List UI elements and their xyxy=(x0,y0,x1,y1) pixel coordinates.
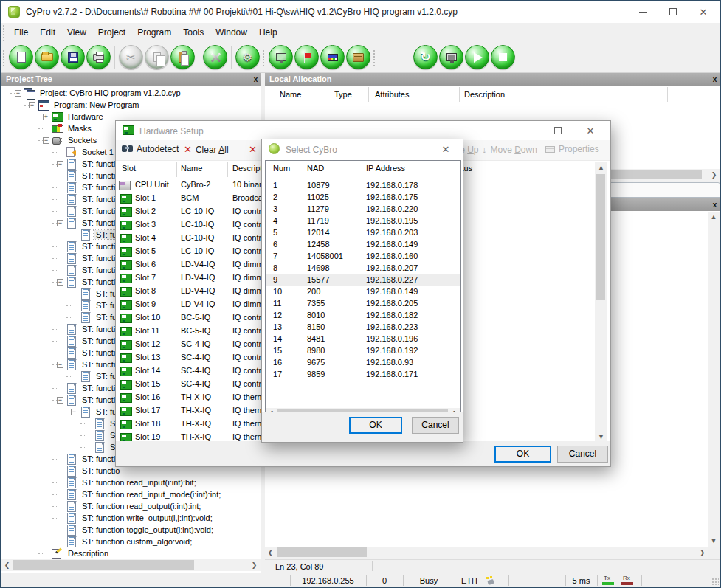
project-setup-button[interactable] xyxy=(203,45,227,69)
scroll-thumb[interactable] xyxy=(277,547,367,557)
hw-vscrollbar[interactable]: ▲ ▼ xyxy=(595,162,607,443)
project-tree-close-icon[interactable]: x xyxy=(251,75,261,84)
hw-column-name[interactable]: Name xyxy=(181,164,202,180)
tree-expander-minus[interactable]: − xyxy=(57,362,63,368)
tree-expander-minus[interactable]: − xyxy=(71,409,77,415)
scroll-left-icon[interactable]: ❮ xyxy=(265,547,276,559)
communication-button[interactable]: ↻ xyxy=(413,45,438,69)
tree-expander-minus[interactable]: − xyxy=(57,220,63,226)
cybro-row[interactable]: 211025192.168.0.175 xyxy=(266,192,460,204)
cybro-row[interactable]: 612458192.168.0.149 xyxy=(266,239,460,251)
tree-item[interactable]: −Program: New Program xyxy=(1,99,261,111)
menu-help[interactable]: Help xyxy=(253,24,283,41)
toolbar-grip[interactable] xyxy=(373,49,376,66)
start-button[interactable] xyxy=(465,45,489,69)
tree-item[interactable]: ST: function write_output(i,j:int):void; xyxy=(1,512,261,524)
dialog-close-button[interactable]: ✕ xyxy=(575,121,606,140)
column-divider[interactable] xyxy=(667,87,668,102)
tree-item[interactable]: ST: function custom_algo:void; xyxy=(1,536,261,547)
archive-button[interactable] xyxy=(346,45,370,69)
tree-item[interactable]: ST: function toggle_output(i:int):void; xyxy=(1,524,261,536)
column-divider[interactable] xyxy=(359,162,359,176)
resize-grip[interactable] xyxy=(711,578,719,585)
cybro-column-nad[interactable]: NAD xyxy=(307,164,324,173)
scroll-right-icon[interactable]: ❯ xyxy=(697,547,708,559)
cybro-column-ip-address[interactable]: IP Address xyxy=(366,164,405,173)
tree-expander-minus[interactable]: − xyxy=(57,161,63,167)
menu-window[interactable]: Window xyxy=(210,24,253,41)
tree-expander-minus[interactable]: − xyxy=(43,137,49,144)
scroll-thumb[interactable] xyxy=(13,560,194,570)
scroll-right-icon[interactable]: ❯ xyxy=(708,169,720,181)
palette-button[interactable] xyxy=(320,45,345,69)
column-divider[interactable] xyxy=(368,87,369,102)
tree-expander-minus[interactable]: − xyxy=(15,90,21,97)
toolbar-grip[interactable] xyxy=(262,49,265,66)
cybro-row[interactable]: 158980192.168.0.192 xyxy=(266,345,460,357)
save-button[interactable] xyxy=(61,45,85,69)
hw-column-slot[interactable]: Slot xyxy=(122,164,136,180)
copy-button[interactable] xyxy=(145,45,169,69)
alloc-column-type[interactable]: Type xyxy=(334,90,352,99)
scroll-up-icon[interactable]: ▲ xyxy=(708,212,720,223)
minimize-button[interactable] xyxy=(628,1,658,23)
cybro-row[interactable]: 411719192.168.0.195 xyxy=(266,215,460,227)
toolbar-grip[interactable] xyxy=(2,49,5,66)
close-button[interactable]: ✕ xyxy=(689,1,718,23)
column-divider[interactable] xyxy=(459,87,460,102)
menu-file[interactable]: File xyxy=(8,24,34,41)
editor-hscrollbar[interactable]: ❮ ❯ xyxy=(265,547,708,559)
tree-hscrollbar[interactable]: ❮ ❯ xyxy=(1,559,261,571)
hw-tool-autodetect[interactable]: Autodetect xyxy=(122,144,179,154)
alloc-column-description[interactable]: Description xyxy=(464,90,505,99)
tree-expander-minus[interactable]: − xyxy=(57,279,63,286)
tree-expander-plus[interactable]: + xyxy=(43,114,49,120)
menubar-grip[interactable] xyxy=(2,24,5,41)
tree-expander-minus[interactable]: − xyxy=(57,397,63,404)
paste-button[interactable] xyxy=(170,45,195,69)
tree-item[interactable]: ST: function read_input(i:int):bit; xyxy=(1,477,261,488)
cybro-row[interactable]: 311279192.168.0.220 xyxy=(266,204,460,215)
menu-edit[interactable]: Edit xyxy=(34,24,61,41)
cybro-row[interactable]: 117355192.168.0.205 xyxy=(266,298,460,310)
hw-tool-clear-all[interactable]: ✕Clear All xyxy=(184,144,229,155)
scroll-thumb[interactable] xyxy=(596,174,605,300)
scroll-left-icon[interactable]: ❮ xyxy=(1,559,13,571)
alloc-column-name[interactable]: Name xyxy=(280,90,301,99)
cybro-row[interactable]: 915577192.168.0.227 xyxy=(266,274,460,286)
masks-button[interactable] xyxy=(294,45,319,69)
tree-item[interactable]: ST: function read_input_mode(i:int):int; xyxy=(1,488,261,500)
dialog-close-button[interactable]: ✕ xyxy=(430,139,461,159)
dialog-minimize-button[interactable] xyxy=(508,121,539,140)
local-allocation-close-icon[interactable]: x xyxy=(710,75,720,84)
monitor-button[interactable] xyxy=(439,45,463,69)
menu-program[interactable]: Program xyxy=(131,24,177,41)
menu-view[interactable]: View xyxy=(61,24,92,41)
column-divider[interactable] xyxy=(300,162,300,176)
allocation-button[interactable] xyxy=(269,45,293,69)
scroll-down-icon[interactable]: ▼ xyxy=(708,536,720,547)
editor-vscrollbar[interactable]: ▲ ▼ xyxy=(708,212,720,547)
cybro-row[interactable]: 10200192.168.0.149 xyxy=(266,286,460,298)
hw-cancel-button[interactable]: Cancel xyxy=(557,446,608,463)
tree-item[interactable]: ST: function read_output(i:int):int; xyxy=(1,500,261,512)
menu-project[interactable]: Project xyxy=(92,24,131,41)
tree-item[interactable]: −Project: CyBro HIQ program v1.2.0.cyp xyxy=(1,87,261,99)
cybro-cancel-button[interactable]: Cancel xyxy=(412,417,459,434)
menu-tools[interactable]: Tools xyxy=(177,24,210,41)
maximize-button[interactable] xyxy=(658,1,688,23)
cybro-controller-list[interactable]: NumNADIP Address110879192.168.0.17821102… xyxy=(265,160,461,412)
cybro-row[interactable]: 179859192.168.0.171 xyxy=(266,369,460,381)
editor-close-icon[interactable]: x xyxy=(710,200,720,210)
tree-item[interactable]: Description xyxy=(1,547,261,559)
cut-button[interactable]: ✂ xyxy=(119,45,143,69)
dialog-maximize-button[interactable] xyxy=(542,121,573,140)
scroll-up-icon[interactable]: ▲ xyxy=(595,162,607,173)
cybro-row[interactable]: 169675192.168.0.93 xyxy=(266,357,460,369)
stop-button[interactable] xyxy=(491,45,515,69)
column-divider[interactable] xyxy=(176,162,177,177)
tree-expander-minus[interactable]: − xyxy=(29,102,35,108)
new-button[interactable] xyxy=(9,45,33,69)
print-button[interactable] xyxy=(86,45,111,69)
hw-ok-button[interactable]: OK xyxy=(494,446,551,463)
